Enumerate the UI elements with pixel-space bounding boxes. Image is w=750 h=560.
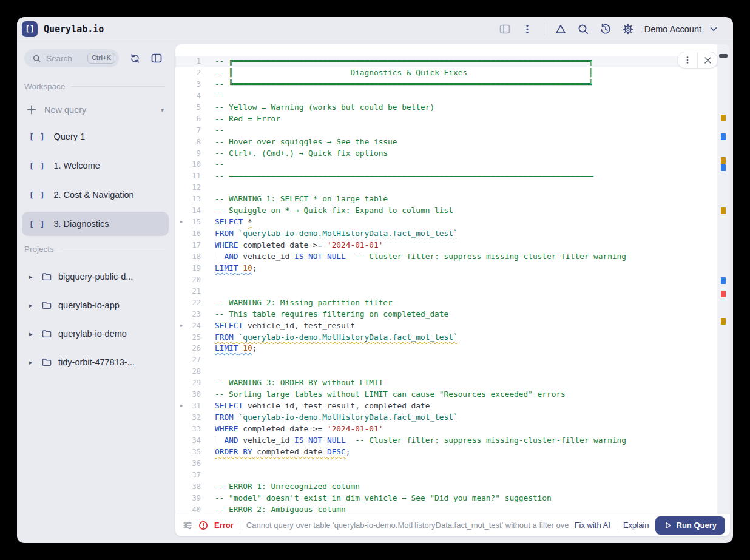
search-input[interactable]: Search Ctrl+K xyxy=(24,49,119,67)
search-icon[interactable] xyxy=(577,23,589,35)
code-line-18[interactable]: 18 AND vehicle_id IS NOT NULL -- Cluster… xyxy=(175,251,717,263)
code-line-6[interactable]: 6-- Red = Error xyxy=(175,113,717,125)
new-query-button[interactable]: New query ▾ xyxy=(27,105,164,115)
section-rule xyxy=(60,249,165,249)
code-line-8[interactable]: 8-- Hover over squiggles → See the issue xyxy=(175,137,717,148)
caret-right-icon[interactable]: ▸ xyxy=(29,330,35,338)
code-line-10[interactable]: 10-- xyxy=(175,159,717,170)
code-line-4[interactable]: 4-- xyxy=(175,90,717,102)
delta-triangle-icon[interactable] xyxy=(555,23,567,35)
editor-kebab-menu-icon[interactable] xyxy=(678,52,697,68)
sliders-icon[interactable] xyxy=(183,521,192,530)
code-line-2[interactable]: 2-- ║ Diagnostics & Quick Fixes ║ xyxy=(175,67,717,79)
code-line-34[interactable]: 34 AND vehicle_id IS NOT NULL -- Cluster… xyxy=(175,435,717,447)
code-line-39[interactable]: 39-- "model" doesn't exist in dim_vehicl… xyxy=(175,493,717,504)
code-line-7[interactable]: 7-- xyxy=(175,125,717,137)
project-item-querylab-io-demo[interactable]: ▸ querylab-io-demo xyxy=(22,322,169,346)
sidebar-toggle-icon[interactable] xyxy=(150,52,163,64)
project-item-querylab-io-app[interactable]: ▸ querylab-io-app xyxy=(22,293,169,317)
code-line-35[interactable]: 35ORDER BY completed_date DESC; xyxy=(175,447,717,458)
code-lines[interactable]: 1-- ╔═══════════════════════════════════… xyxy=(175,44,717,514)
chevron-down-icon: ▾ xyxy=(161,107,164,113)
code-line-5[interactable]: 5-- Yellow = Warning (works but could be… xyxy=(175,102,717,113)
caret-right-icon[interactable]: ▸ xyxy=(29,273,35,281)
project-item-tidy-orbit[interactable]: ▸ tidy-orbit-477813-... xyxy=(22,350,169,374)
code-line-37[interactable]: 37 xyxy=(175,470,717,481)
code-line-13[interactable]: 13-- WARNING 1: SELECT * on large table xyxy=(175,194,717,205)
code-text: -- WARNING 1: SELECT * on large table xyxy=(215,194,717,205)
sidebar: Search Ctrl+K Workspace xyxy=(17,41,175,543)
code-line-25[interactable]: 25FROM `querylab-io-demo.MotHistoryData.… xyxy=(175,332,717,343)
overview-mark-info xyxy=(721,133,726,140)
chevron-down-icon xyxy=(708,23,720,35)
code-line-29[interactable]: 29-- WARNING 3: ORDER BY without LIMIT xyxy=(175,377,717,389)
app-window: [] Querylab.io xyxy=(17,17,733,543)
caret-right-icon[interactable]: ▸ xyxy=(29,359,35,366)
kebab-menu-icon[interactable] xyxy=(521,23,533,35)
editor-toolbar-pill xyxy=(677,52,718,69)
code-text: -- Red = Error xyxy=(215,113,717,125)
sidebar-item-query-1[interactable]: [ ] Query 1 xyxy=(22,124,169,149)
code-line-22[interactable]: 22-- WARNING 2: Missing partition filter xyxy=(175,297,717,309)
code-line-14[interactable]: 14-- Squiggle on * → Quick fix: Expand t… xyxy=(175,205,717,217)
code-line-40[interactable]: 40-- ERROR 2: Ambiguous column xyxy=(175,504,717,514)
code-line-36[interactable]: 36 xyxy=(175,458,717,470)
close-icon[interactable] xyxy=(698,52,717,68)
code-line-21[interactable]: 21 xyxy=(175,286,717,297)
code-line-38[interactable]: 38-- ERROR 1: Unrecognized column xyxy=(175,481,717,493)
account-menu[interactable]: Demo Account xyxy=(644,23,720,35)
line-number: 19 xyxy=(175,263,201,274)
code-line-20[interactable]: 20 xyxy=(175,274,717,286)
code-line-12[interactable]: 12 xyxy=(175,182,717,194)
sidebar-item-cost-navigation[interactable]: [ ] 2. Cost & Navigation xyxy=(22,183,169,207)
code-line-31[interactable]: 31◆SELECT vehicle_id, test_result, compl… xyxy=(175,400,717,412)
panel-layout-icon[interactable] xyxy=(499,23,511,35)
code-line-1[interactable]: 1-- ╔═══════════════════════════════════… xyxy=(175,56,717,67)
code-text: -- This table requires filtering on comp… xyxy=(215,309,717,320)
line-number: 34 xyxy=(175,435,201,447)
code-line-30[interactable]: 30-- Sorting large tables without LIMIT … xyxy=(175,389,717,400)
refresh-icon[interactable] xyxy=(129,52,141,64)
code-line-32[interactable]: 32FROM `querylab-io-demo.MotHistoryData.… xyxy=(175,412,717,423)
explain-button[interactable]: Explain xyxy=(623,521,649,530)
code-text: -- Sorting large tables without LIMIT ca… xyxy=(215,389,717,400)
topbar-actions: Demo Account xyxy=(499,23,720,35)
caret-right-icon[interactable]: ▸ xyxy=(29,302,35,309)
code-text: -- Ctrl+. (Cmd+.) → Quick fix options xyxy=(215,148,717,160)
fix-with-ai-button[interactable]: Fix with AI xyxy=(575,521,610,530)
search-placeholder: Search xyxy=(46,54,83,63)
code-text: -- Yellow = Warning (works but could be … xyxy=(215,102,717,113)
code-text: -- ╚════════════════════════════════════… xyxy=(215,79,717,90)
line-number: 22 xyxy=(175,297,201,309)
code-line-16[interactable]: 16FROM `querylab-io-demo.MotHistoryData.… xyxy=(175,228,717,240)
history-icon[interactable] xyxy=(600,23,612,35)
run-query-button[interactable]: Run Query xyxy=(655,516,725,535)
sidebar-item-welcome[interactable]: [ ] 1. Welcome xyxy=(22,153,169,178)
code-text: -- xyxy=(215,90,717,102)
project-item-bigquery-public-data[interactable]: ▸ bigquery-public-d... xyxy=(22,265,169,289)
play-icon xyxy=(664,521,672,530)
code-line-24[interactable]: 24◆SELECT vehicle_id, test_result xyxy=(175,320,717,332)
code-line-27[interactable]: 27 xyxy=(175,354,717,366)
line-number: 29 xyxy=(175,377,201,389)
code-line-3[interactable]: 3-- ╚═══════════════════════════════════… xyxy=(175,79,717,90)
code-text: AND vehicle_id IS NOT NULL -- Cluster fi… xyxy=(215,435,717,447)
project-label: querylab-io-app xyxy=(58,300,120,310)
code-line-33[interactable]: 33WHERE completed_date >= '2024-01-01' xyxy=(175,423,717,435)
line-number: 23 xyxy=(175,309,201,320)
sidebar-item-diagnostics[interactable]: [ ] 3. Diagnostics xyxy=(22,212,169,236)
code-line-19[interactable]: 19LIMIT 10; xyxy=(175,263,717,274)
code-line-11[interactable]: 11-- ═══════════════════════════════════… xyxy=(175,170,717,182)
scrollbar-thumb[interactable] xyxy=(719,54,728,58)
overview-mark-warn xyxy=(721,318,726,325)
gear-icon[interactable] xyxy=(622,23,634,35)
workspace-section-header: Workspace xyxy=(24,82,165,91)
code-line-15[interactable]: 15◆SELECT * xyxy=(175,217,717,228)
code-line-28[interactable]: 28 xyxy=(175,366,717,377)
code-line-23[interactable]: 23-- This table requires filtering on co… xyxy=(175,309,717,320)
editor-overview-ruler[interactable] xyxy=(717,44,730,514)
line-number: 14 xyxy=(175,205,201,217)
code-line-17[interactable]: 17WHERE completed_date >= '2024-01-01' xyxy=(175,240,717,251)
code-line-26[interactable]: 26LIMIT 10; xyxy=(175,343,717,354)
code-line-9[interactable]: 9-- Ctrl+. (Cmd+.) → Quick fix options xyxy=(175,148,717,160)
